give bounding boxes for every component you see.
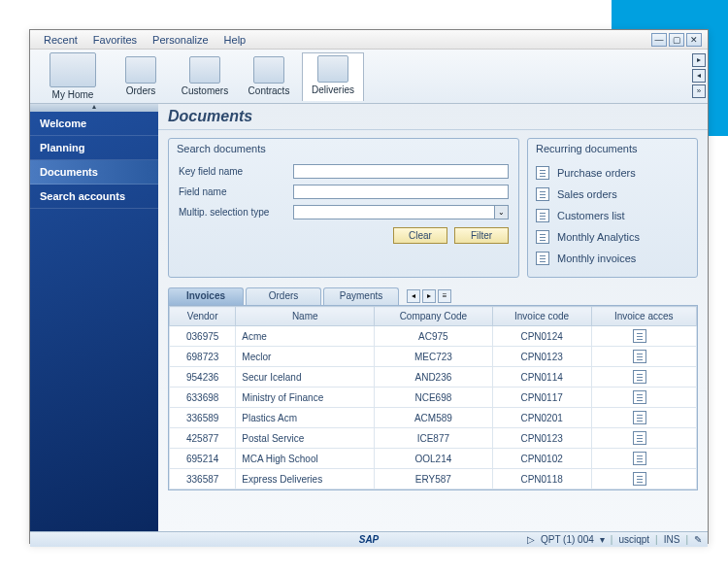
table-row[interactable]: 633698Ministry of FinanceNCE698CPN0117 bbox=[170, 388, 697, 408]
cell-vendor: 698723 bbox=[170, 347, 236, 367]
table-row[interactable]: 695214MCA High SchoolOOL214CPN0102 bbox=[170, 449, 697, 469]
cell-name: MCA High School bbox=[236, 449, 375, 469]
cell-access[interactable] bbox=[591, 408, 696, 428]
toolbar-nav: ▸ ◂ » bbox=[692, 53, 706, 100]
menu-help[interactable]: Help bbox=[216, 32, 254, 48]
cell-invoice: CPN0201 bbox=[492, 408, 591, 428]
tool-deliveries[interactable]: Deliveries bbox=[302, 52, 364, 101]
tool-label: Orders bbox=[126, 85, 156, 96]
tool-label: Customers bbox=[182, 85, 228, 96]
sidebar-item-welcome[interactable]: Welcome bbox=[30, 112, 158, 136]
main-area: Documents Search documents Key field nam… bbox=[158, 104, 708, 531]
cell-company: ACM589 bbox=[375, 408, 493, 428]
nav-left-icon[interactable]: ◂ bbox=[692, 69, 706, 83]
folder-icon bbox=[189, 56, 220, 84]
cell-vendor: 695214 bbox=[170, 449, 236, 469]
tool-contracts[interactable]: Contracts bbox=[238, 54, 300, 98]
recurring-item[interactable]: Purchase orders bbox=[536, 162, 689, 184]
tool-orders[interactable]: Orders bbox=[110, 54, 172, 98]
clear-button[interactable]: Clear bbox=[393, 227, 447, 244]
tab-payments[interactable]: Payments bbox=[323, 287, 399, 305]
cell-invoice: CPN0124 bbox=[492, 326, 591, 347]
filter-button[interactable]: Filter bbox=[454, 227, 509, 244]
table-row[interactable]: 336589Plastics AcmACM589CPN0201 bbox=[170, 408, 697, 428]
document-icon bbox=[633, 431, 646, 445]
recurring-item-label: Sales orders bbox=[557, 188, 617, 200]
status-note-icon[interactable]: ✎ bbox=[694, 534, 702, 545]
tool-customers[interactable]: Customers bbox=[174, 54, 236, 98]
table-row[interactable]: 036975AcmeAC975CPN0124 bbox=[170, 326, 697, 347]
tab-prev-icon[interactable]: ◂ bbox=[407, 289, 420, 303]
cell-vendor: 336587 bbox=[170, 469, 236, 489]
table-row[interactable]: 425877Postal ServiceICE877CPN0123 bbox=[170, 428, 697, 449]
input-field-name[interactable] bbox=[293, 185, 509, 199]
table-row[interactable]: 336587Express DeliveriesERY587CPN0118 bbox=[170, 469, 697, 489]
recurring-title: Recurring documents bbox=[528, 139, 697, 158]
nav-right-icon[interactable]: ▸ bbox=[692, 53, 706, 67]
cell-name: Postal Service bbox=[236, 428, 375, 449]
input-multi-sel[interactable] bbox=[293, 205, 495, 219]
column-header[interactable]: Name bbox=[236, 307, 375, 326]
dropdown-icon[interactable]: ⌄ bbox=[495, 205, 509, 219]
menu-recent[interactable]: Recent bbox=[36, 32, 85, 48]
menu-personalize[interactable]: Personalize bbox=[145, 32, 215, 48]
minimize-icon[interactable]: — bbox=[651, 33, 667, 47]
document-icon bbox=[633, 411, 646, 424]
tool-myhome[interactable]: My Home bbox=[38, 51, 108, 102]
cell-invoice: CPN0118 bbox=[492, 469, 591, 489]
document-icon bbox=[633, 390, 646, 404]
cell-company: MEC723 bbox=[375, 347, 493, 367]
close-icon[interactable]: ✕ bbox=[686, 33, 702, 47]
collapse-handle[interactable]: ▴ bbox=[30, 104, 158, 112]
status-user: usciqpt bbox=[618, 534, 649, 545]
table-row[interactable]: 954236Secur IcelandAND236CPN0114 bbox=[170, 367, 697, 388]
cell-name: Acme bbox=[236, 326, 375, 347]
cell-invoice: CPN0123 bbox=[492, 428, 591, 449]
tab-list-icon[interactable]: ≡ bbox=[438, 289, 451, 303]
page-title: Documents bbox=[158, 104, 708, 130]
status-dropdown-icon[interactable]: ▾ bbox=[600, 534, 605, 545]
tab-invoices[interactable]: Invoices bbox=[168, 287, 244, 305]
tabstrip: Invoices Orders Payments ◂ ▸ ≡ bbox=[168, 287, 698, 305]
sidebar-item-search-accounts[interactable]: Search accounts bbox=[30, 185, 158, 209]
column-header[interactable]: Invoice code bbox=[492, 307, 591, 326]
recurring-item-label: Monthly invoices bbox=[557, 253, 636, 264]
recurring-item[interactable]: Sales orders bbox=[536, 184, 689, 205]
sidebar-item-planning[interactable]: Planning bbox=[30, 136, 158, 160]
recurring-item[interactable]: Customers list bbox=[536, 205, 689, 226]
column-header[interactable]: Company Code bbox=[375, 307, 493, 326]
cell-invoice: CPN0102 bbox=[492, 449, 591, 469]
cell-company: OOL214 bbox=[375, 449, 493, 469]
maximize-icon[interactable]: ▢ bbox=[669, 33, 684, 47]
tab-next-icon[interactable]: ▸ bbox=[422, 289, 436, 303]
cell-company: NCE698 bbox=[375, 388, 493, 408]
cell-access[interactable] bbox=[591, 388, 696, 408]
status-play-icon[interactable]: ▷ bbox=[527, 534, 535, 545]
tab-orders[interactable]: Orders bbox=[246, 287, 321, 305]
cell-name: Plastics Acm bbox=[236, 408, 375, 428]
table-row[interactable]: 698723MeclorMEC723CPN0123 bbox=[170, 347, 697, 367]
cell-access[interactable] bbox=[591, 428, 696, 449]
document-icon bbox=[633, 472, 646, 486]
search-panel-title: Search documents bbox=[169, 139, 518, 158]
recurring-item[interactable]: Monthly invoices bbox=[536, 248, 689, 269]
cell-name: Meclor bbox=[236, 347, 375, 367]
cell-vendor: 336589 bbox=[170, 408, 236, 428]
sap-logo: SAP bbox=[359, 534, 380, 545]
document-icon bbox=[536, 252, 549, 265]
tool-label: My Home bbox=[52, 89, 94, 100]
input-key-field[interactable] bbox=[293, 164, 509, 179]
column-header[interactable]: Invoice acces bbox=[591, 307, 696, 326]
nav-more-icon[interactable]: » bbox=[692, 84, 706, 98]
cell-access[interactable] bbox=[591, 347, 696, 367]
cell-access[interactable] bbox=[591, 469, 696, 489]
cell-access[interactable] bbox=[591, 326, 696, 347]
recurring-item[interactable]: Monthly Analytics bbox=[536, 226, 689, 248]
cell-access[interactable] bbox=[591, 367, 696, 388]
column-header[interactable]: Vendor bbox=[170, 307, 236, 326]
search-panel: Search documents Key field name Field na… bbox=[168, 138, 519, 278]
tool-label: Contracts bbox=[248, 85, 290, 96]
cell-access[interactable] bbox=[591, 449, 696, 469]
menu-favorites[interactable]: Favorites bbox=[85, 32, 145, 48]
sidebar-item-documents[interactable]: Documents bbox=[30, 160, 158, 185]
